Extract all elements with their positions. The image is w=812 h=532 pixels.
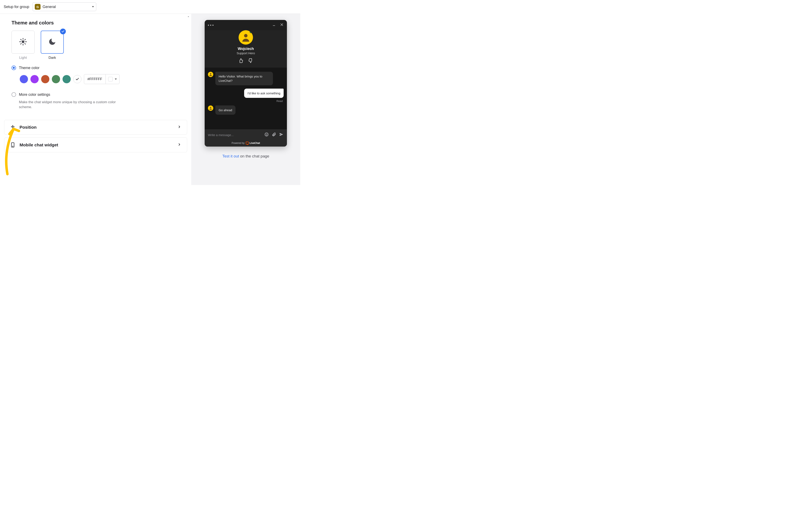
theme-section-title: Theme and colors — [12, 20, 180, 26]
livechat-brand: LiveChat — [249, 142, 260, 145]
setup-for-group-label: Setup for group — [4, 5, 29, 9]
read-receipt: Read — [208, 100, 283, 103]
more-colors-description: Make the chat widget more unique by choo… — [19, 100, 126, 109]
close-icon[interactable] — [280, 23, 284, 27]
hex-value: #FFFFFF — [84, 77, 105, 81]
agent-name: Wojciech — [238, 47, 254, 51]
theme-color-label: Theme color — [19, 66, 40, 70]
position-title: Position — [19, 125, 173, 130]
svg-point-18 — [266, 134, 266, 134]
svg-point-10 — [13, 146, 13, 146]
hex-input[interactable]: #FFFFFF — [84, 74, 119, 84]
widget-body: Hello Visitor. What brings you to LiveCh… — [205, 68, 287, 129]
move-icon — [10, 124, 15, 130]
powered-by-label: Powered by — [232, 142, 245, 145]
message-row: Go ahead — [208, 105, 284, 115]
visitor-message: I'd like to ask something — [244, 89, 284, 98]
svg-point-16 — [210, 107, 211, 108]
widget-titlebar — [205, 20, 287, 30]
theme-tile-dark[interactable] — [41, 31, 64, 54]
thumbs-up-icon[interactable] — [238, 58, 243, 64]
widget-header: Wojciech Support Hero — [205, 30, 287, 68]
test-it-out-link[interactable]: Test it out — [222, 154, 239, 158]
theme-tile-light[interactable] — [12, 31, 34, 54]
position-row[interactable]: Position — [4, 120, 187, 135]
attachment-icon[interactable] — [272, 132, 276, 137]
swatch-row: #FFFFFF — [20, 74, 180, 84]
livechat-mark-icon — [246, 142, 249, 145]
caret-down-icon — [92, 6, 94, 8]
more-colors-radio[interactable] — [12, 92, 16, 97]
mobile-widget-title: Mobile chat widget — [19, 143, 173, 147]
agent-avatar — [238, 30, 253, 45]
chevron-right-icon — [177, 143, 181, 147]
theme-label-light: Light — [19, 56, 27, 60]
preview-cta: Test it out on the chat page — [191, 154, 300, 159]
moon-icon — [48, 38, 56, 47]
menu-dots-icon[interactable] — [208, 25, 214, 26]
svg-line-6 — [25, 43, 26, 44]
svg-point-0 — [21, 40, 24, 43]
swatch-5[interactable] — [62, 75, 71, 83]
svg-line-7 — [20, 43, 21, 44]
presence-indicator — [250, 31, 252, 33]
sun-icon — [19, 38, 27, 47]
caret-down-icon — [115, 78, 117, 80]
swatch-3[interactable] — [41, 75, 49, 83]
widget-input[interactable]: Write a message... — [205, 129, 287, 141]
swatch-1[interactable] — [20, 75, 28, 83]
svg-point-15 — [210, 73, 211, 74]
agent-message: Go ahead — [215, 105, 235, 115]
preview-pane: Wojciech Support Hero Hello Visitor — [191, 14, 300, 185]
svg-point-19 — [267, 134, 267, 134]
chevron-right-icon — [177, 125, 181, 130]
swatch-selected[interactable] — [73, 75, 82, 83]
svg-line-8 — [25, 39, 26, 40]
settings-pane: Theme and colors Light — [0, 14, 191, 185]
swatch-4[interactable] — [52, 75, 60, 83]
svg-point-17 — [265, 133, 269, 136]
more-colors-label: More color settings — [19, 92, 50, 97]
thumbs-down-icon[interactable] — [248, 58, 253, 64]
mobile-widget-row[interactable]: Mobile chat widget — [4, 137, 187, 152]
chat-widget-preview: Wojciech Support Hero Hello Visitor — [205, 20, 287, 147]
selected-check-icon — [60, 29, 66, 34]
livechat-logo[interactable]: LiveChat — [246, 142, 260, 145]
group-name: General — [43, 5, 90, 9]
theme-color-radio-row[interactable]: Theme color — [12, 65, 180, 70]
svg-line-5 — [20, 39, 21, 40]
message-row: I'd like to ask something — [208, 89, 284, 98]
message-row: Hello Visitor. What brings you to LiveCh… — [208, 72, 284, 85]
topbar: Setup for group G General — [0, 0, 300, 14]
emoji-icon[interactable] — [264, 132, 269, 137]
theme-color-radio[interactable] — [12, 65, 16, 70]
more-colors-radio-row[interactable]: More color settings — [12, 92, 180, 97]
hex-chip — [108, 77, 113, 82]
cta-rest: on the chat page — [239, 154, 269, 158]
send-icon[interactable] — [279, 132, 284, 137]
theme-option-dark[interactable]: Dark — [41, 31, 64, 60]
group-badge: G — [35, 4, 41, 10]
scroll-up-icon[interactable] — [187, 15, 190, 19]
mobile-icon — [10, 142, 15, 148]
hex-color-picker-toggle[interactable] — [105, 74, 119, 84]
theme-label-dark: Dark — [48, 56, 56, 60]
theme-option-light[interactable]: Light — [12, 31, 34, 60]
agent-message: Hello Visitor. What brings you to LiveCh… — [215, 72, 273, 85]
agent-avatar-small — [208, 105, 213, 111]
message-input-placeholder: Write a message... — [208, 133, 261, 137]
agent-avatar-small — [208, 72, 213, 77]
group-selector[interactable]: G General — [32, 2, 96, 11]
widget-footer: Powered by LiveChat — [205, 141, 287, 147]
agent-role: Support Hero — [236, 51, 255, 55]
minimize-icon[interactable] — [272, 23, 276, 27]
svg-point-14 — [244, 34, 248, 38]
swatch-2[interactable] — [30, 75, 39, 83]
theme-panel: Theme and colors Light — [4, 20, 187, 112]
